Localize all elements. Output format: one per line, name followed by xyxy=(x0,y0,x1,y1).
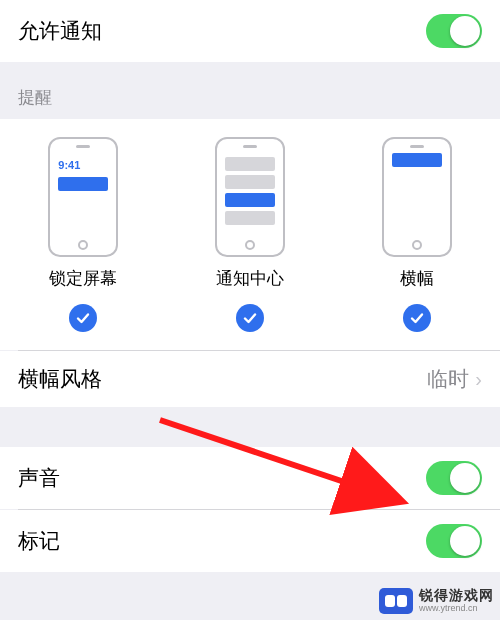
allow-notifications-toggle[interactable] xyxy=(426,14,482,48)
watermark-en: www.ytrend.cn xyxy=(419,604,494,614)
alert-option-lock[interactable]: 9:41 锁定屏幕 xyxy=(1,137,166,332)
alert-option-check-icon xyxy=(69,304,97,332)
lock-screen-notification-bar xyxy=(58,177,108,191)
toggle-knob xyxy=(450,526,480,556)
allow-notifications-row: 允许通知 xyxy=(0,0,500,62)
watermark-logo-icon xyxy=(379,588,413,614)
section-gap xyxy=(0,407,500,447)
nc-bar-grey xyxy=(225,157,275,171)
banner-style-label: 横幅风格 xyxy=(18,365,102,393)
banner-bar xyxy=(392,153,442,167)
phone-speaker xyxy=(76,145,90,148)
toggle-knob xyxy=(450,463,480,493)
notification-center-preview xyxy=(215,137,285,257)
watermark-text: 锐得游戏网 www.ytrend.cn xyxy=(419,588,494,613)
alert-option-check-icon xyxy=(236,304,264,332)
alert-option-label: 锁定屏幕 xyxy=(49,267,117,290)
banner-style-row[interactable]: 横幅风格 临时 › xyxy=(0,351,500,407)
alert-options-row: 9:41 锁定屏幕 通知中心 横幅 xyxy=(0,119,500,350)
lock-screen-preview: 9:41 xyxy=(48,137,118,257)
phone-speaker xyxy=(410,145,424,148)
alert-option-label: 横幅 xyxy=(400,267,434,290)
banner-style-value: 临时 xyxy=(427,365,469,393)
sounds-toggle[interactable] xyxy=(426,461,482,495)
nc-bar-grey xyxy=(225,175,275,189)
sounds-label: 声音 xyxy=(18,464,60,492)
toggle-knob xyxy=(450,16,480,46)
nc-bar-blue xyxy=(225,193,275,207)
banner-preview xyxy=(382,137,452,257)
watermark: 锐得游戏网 www.ytrend.cn xyxy=(379,588,494,614)
phone-home-button xyxy=(412,240,422,250)
chevron-right-icon: › xyxy=(475,368,482,391)
alert-option-label: 通知中心 xyxy=(216,267,284,290)
nc-bar-grey xyxy=(225,211,275,225)
lock-screen-time: 9:41 xyxy=(58,159,108,171)
alert-option-banner[interactable]: 横幅 xyxy=(334,137,499,332)
badges-row: 标记 xyxy=(0,510,500,572)
badges-toggle[interactable] xyxy=(426,524,482,558)
alerts-section-header: 提醒 xyxy=(0,62,500,119)
alert-option-center[interactable]: 通知中心 xyxy=(167,137,332,332)
phone-home-button xyxy=(78,240,88,250)
phone-home-button xyxy=(245,240,255,250)
watermark-cn: 锐得游戏网 xyxy=(419,588,494,603)
badges-label: 标记 xyxy=(18,527,60,555)
sounds-row: 声音 xyxy=(0,447,500,509)
phone-speaker xyxy=(243,145,257,148)
alert-option-check-icon xyxy=(403,304,431,332)
allow-notifications-label: 允许通知 xyxy=(18,17,102,45)
